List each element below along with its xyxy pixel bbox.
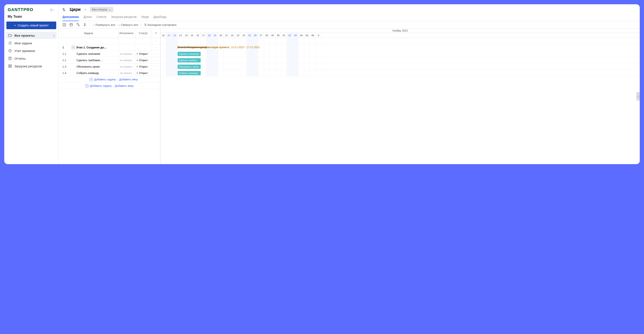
grid-row[interactable]: 1.3 Обозначить сроки не назнач... Открыт… [58,64,160,70]
col-assignee: Исполните. [118,29,135,38]
collapse-toggle-icon[interactable]: − [72,46,75,49]
svg-rect-12 [9,67,10,68]
task-bar[interactable]: Обозначить сроки [178,65,201,69]
tab-workload[interactable]: Загрузка ресурсов [111,14,136,21]
gantt-day: 04 [298,33,304,38]
gantt-day: 05 [304,33,310,38]
tab-diagram[interactable]: Диаграмма [62,14,79,21]
star-icon[interactable]: ☆ [84,7,87,12]
calendar-icon[interactable] [69,23,73,27]
add-milestone-button[interactable]: Добавить веху [115,84,134,87]
tab-list[interactable]: Список [96,14,106,21]
svg-rect-15 [64,10,65,11]
gantt-day: 29 [270,33,276,38]
add-task-button[interactable]: +Добавить задачу [90,78,116,81]
gantt-day: 16 [195,33,201,38]
task-bar[interactable]: Собрать команду [178,71,201,75]
cascade-sort-button[interactable]: ⇅ Каскадная сортировка [144,23,176,27]
sidebar-item-all-projects[interactable]: Все проекты › [6,32,57,39]
tab-dashboard[interactable]: Дашборд [154,14,166,21]
task-bar[interactable]: Сделать описание [178,52,201,56]
gantt-day: 17 [201,33,206,38]
grid-row[interactable]: 1.1 Сделать описание не назнач... Открыт… [58,51,160,57]
create-project-button[interactable]: + Создать новый проект [6,22,56,29]
gantt-day: 22 [230,33,235,38]
tab-board[interactable]: Доска [84,14,92,21]
toolbar: ⬦ Развернуть все ⬦ Свернуть все ⇅ Каскад… [58,21,640,29]
svg-point-22 [78,25,79,26]
row-task: − Этап 1. Создание до… [70,44,118,51]
gantt-row: Обозначить сроки [160,64,640,70]
grid-icon [8,64,12,68]
row-assignee[interactable]: не назнач... [118,51,135,57]
sidebar-item-my-tasks[interactable]: Мои задачи [6,40,57,47]
gantt-day: 02 [287,33,293,38]
row-actions[interactable]: ··· [152,38,160,44]
gantt-chart[interactable]: Ноябрь 2023 1011121314151617181920212223… [160,29,640,164]
tab-people[interactable]: Люди [141,14,149,21]
grid-row[interactable]: 1.2 Сделать требован… не назнач... Откры… [58,57,160,64]
status-dot-icon [136,60,138,61]
gantt-days-row: 1011121314151617181920212223242526272829… [160,33,640,38]
row-status[interactable]: Открыт [135,57,152,63]
svg-point-4 [9,43,9,43]
row-assignee[interactable]: не назнач... [118,64,135,70]
row-status[interactable]: Открыт [135,70,152,76]
row-num: 1.2 [58,57,70,63]
folder-icon [8,34,12,37]
project-header: Цири ☆ Без статуса ⌄ [58,4,640,14]
gantt-day: 21 [224,33,230,38]
col-status: Статус [135,29,152,38]
row-status[interactable] [135,44,152,51]
row-actions[interactable]: ··· [152,51,160,57]
row-actions[interactable]: ··· [152,64,160,70]
expand-icon: ⬦ [93,23,94,27]
row-assignee[interactable]: не назнач... [118,70,135,76]
task-title: Сделать описание [76,52,100,56]
team-name[interactable]: My Team [4,14,58,22]
expand-all-button[interactable]: ⬦ Развернуть все [93,23,115,27]
gantt-content: Задача Исполните. Статус + ··· 1 − [58,29,640,164]
collapse-all-button[interactable]: ⬦ Свернуть все [118,23,138,27]
task-bar[interactable]: Сделать требов… [178,58,201,63]
stage-label: Этап 1. Создание документации проекта | … [178,46,260,49]
view-tabs: Диаграмма Доска Список Загрузка ресурсов… [58,14,640,21]
row-status[interactable]: Открыт [135,51,152,57]
drawer-handle[interactable]: ◁ [636,92,640,101]
critical-path-icon[interactable] [83,23,87,27]
row-assignee[interactable]: не назнач... [118,57,135,63]
gantt-month-label: Ноябрь 2023 [160,29,640,33]
task-title: Собрать команду [76,71,99,75]
sidebar-item-workload[interactable]: Загрузка ресурсов [6,63,57,70]
gantt-row-empty [160,38,640,44]
row-actions[interactable]: ··· [152,70,160,76]
svg-point-5 [9,44,9,44]
sidebar-item-time-tracking[interactable]: Учет времени [6,47,57,54]
sidebar-item-label: Загрузка ресурсов [14,64,42,68]
hierarchy-icon[interactable] [76,23,80,27]
row-status[interactable]: Открыт [135,64,152,70]
status-chip[interactable]: Без статуса ⌄ [90,7,113,12]
checkbox-icon[interactable] [62,23,66,27]
row-assignee[interactable] [118,44,135,51]
grid-row[interactable]: 1.4 Собрать команду не назнач... Открыт … [58,70,160,76]
collapse-all-label: Свернуть все [121,23,138,27]
collapse-sidebar-icon[interactable]: |← [51,8,55,12]
row-actions[interactable]: ··· [152,57,160,63]
clock-icon [8,49,12,53]
add-column-button[interactable]: + [152,29,160,38]
sidebar-item-reports[interactable]: Отчеты [6,55,57,62]
row-actions[interactable]: ··· [152,44,160,51]
grid-row-stage[interactable]: 1 − Этап 1. Создание до… ··· [58,44,160,51]
add-task-button[interactable]: +Добавить задачу [85,84,112,88]
add-milestone-button[interactable]: Добавить веху [119,78,138,81]
sidebar-nav: Все проекты › Мои задачи Учет времени О [4,32,58,70]
svg-rect-14 [63,8,64,9]
task-title: Этап 1. Создание до… [76,46,107,49]
plus-circle-icon: + [85,84,88,88]
report-icon [8,57,12,60]
status-chip-label: Без статуса [92,8,107,11]
gantt-day: 03 [293,33,298,38]
gantt-day: 11 [166,33,172,38]
stage-dates: 13-11-2023 - 17-11-2023 [231,46,260,49]
